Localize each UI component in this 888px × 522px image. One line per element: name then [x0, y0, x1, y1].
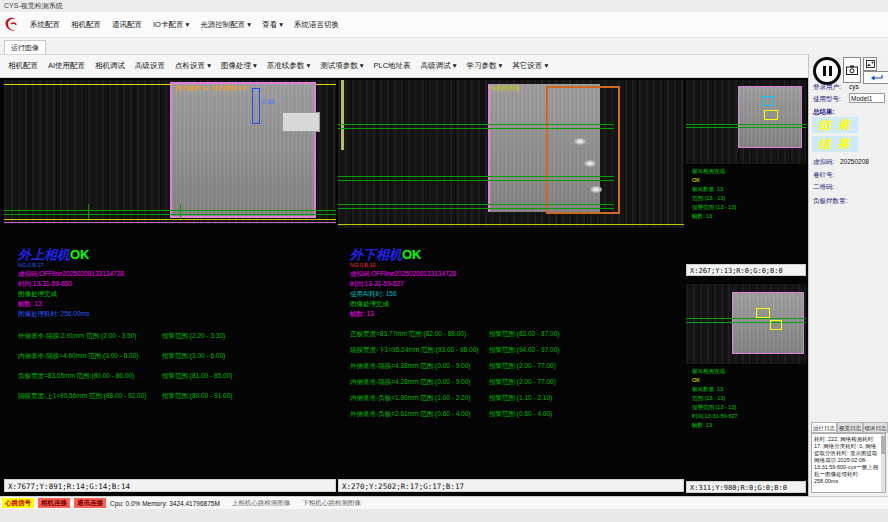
- alarm-range: 报警范围:(2.00 - 77.00): [489, 362, 556, 371]
- toolbar-advanced-settings[interactable]: 高级设置: [135, 61, 165, 71]
- lower-yellow-line: [4, 219, 336, 220]
- small-view-line: 极耳数量: 13: [692, 186, 723, 193]
- orange-roi-box: [546, 86, 620, 214]
- ok-status: OK: [402, 247, 422, 262]
- bottom-strip: [0, 509, 888, 522]
- alarm-range: 报警范围:(2.20 - 3.30): [162, 332, 225, 341]
- center-camera-image[interactable]: AI检测图像: [338, 80, 684, 228]
- log-tab-error[interactable]: 错误日志: [863, 422, 888, 433]
- bottom-small-image[interactable]: [686, 284, 806, 364]
- left-virtual-code: 虚拟码:OFFline20250208133134728: [18, 270, 124, 279]
- separator-region: [732, 292, 804, 354]
- green-line: [338, 176, 614, 177]
- log-scrollbar[interactable]: [881, 434, 885, 492]
- toolbar-camera-debug[interactable]: 相机调试: [95, 61, 125, 71]
- toolbar-other-settings[interactable]: 其它设置 ▾: [512, 61, 548, 71]
- log-tab-run[interactable]: 运行日志: [811, 422, 837, 433]
- toolbar-advanced-debug[interactable]: 高级调试 ▾: [421, 61, 457, 71]
- measurement-text: 外侧基准-负极=2.61mm 范围:(0.60 - 4.00): [350, 410, 470, 419]
- blue-measure-label: 2.88: [262, 98, 275, 105]
- toolbar-image-processing[interactable]: 图像处理 ▾: [221, 61, 257, 71]
- menu-item-light-config[interactable]: 光源控制配置 ▾: [200, 20, 251, 30]
- left-camera-image[interactable]: 静态阈值:93, 动态阈值:100 2.88: [4, 80, 336, 224]
- menu-item-system-config[interactable]: 系统配置: [30, 20, 60, 30]
- log-tab-vision[interactable]: 视觉日志: [837, 422, 863, 433]
- app-window: CYS-视觉检测系统 系统配置 相机配置 通讯配置 IO卡配置 ▾ 光源控制配置…: [0, 0, 888, 522]
- measurement-text: 内侧基准-隔膜=4.28mm 范围:(0.00 - 9.00): [350, 378, 470, 387]
- yellow-roi-box: [756, 308, 770, 318]
- return-button[interactable]: [863, 71, 888, 84]
- tab-run-image[interactable]: 运行图像: [4, 40, 46, 55]
- small-view-line: 帧数: 13: [692, 213, 712, 220]
- toolbar-test-params[interactable]: 测试项参数 ▾: [320, 61, 363, 71]
- left-sub-status: NG:0,B:17: [18, 262, 44, 268]
- small-view-line: OK: [692, 177, 700, 183]
- alarm-range: 报警范围:(89.00 - 91.00): [162, 392, 232, 401]
- small-view-line: 极耳数量: 13: [692, 386, 723, 393]
- small-view-line: 极耳检测完成: [692, 368, 725, 375]
- left-process-done: 图像处理完成: [18, 290, 57, 299]
- small-view-line: 范围:(13 - 13): [692, 195, 725, 202]
- menubar: 系统配置 相机配置 通讯配置 IO卡配置 ▾ 光源控制配置 ▾ 查看 ▾ 系统语…: [0, 12, 888, 38]
- alarm-range: 报警范围:(3.00 - 6.00): [162, 352, 225, 361]
- measurement-text: 负极宽度=83.05mm 范围:(80.00 - 86.00): [18, 372, 134, 381]
- pause-button[interactable]: [813, 57, 841, 85]
- alarm-range: 报警范围:(94.00 - 97.00): [489, 346, 559, 355]
- menu-item-camera-config[interactable]: 相机配置: [71, 20, 101, 30]
- bottom-small-pixel-coords: X:311;Y:980;R:0;G:0;B:0: [686, 481, 806, 493]
- toolbar-camera-config[interactable]: 相机配置: [8, 61, 38, 71]
- log-text: 耗时: 222, 网络检测耗时: 17, 网络分类耗时: 0, 网络提取分区耗时…: [814, 436, 878, 484]
- cyan-roi-box: [762, 96, 774, 106]
- menu-item-comm-config[interactable]: 通讯配置: [112, 20, 142, 30]
- comm-connect-badge: 通讯连接: [74, 498, 106, 508]
- bright-edge: [341, 80, 344, 150]
- titlebar: CYS-视觉检测系统: [0, 0, 888, 12]
- green-line: [686, 322, 806, 323]
- threshold-annotation: 静态阈值:93, 动态阈值:100: [176, 84, 247, 93]
- result-box-2: 结 果: [812, 136, 858, 152]
- green-line: [686, 318, 806, 319]
- model-label: 使用型号:: [813, 95, 841, 104]
- snapshot-button[interactable]: [843, 57, 861, 83]
- cpu-memory-text: Cpu: 0.0% Memory: 3424.41796875M: [110, 500, 220, 507]
- yellow-roi-box: [764, 110, 778, 120]
- toolbar: 相机配置 AI使用配置 相机调试 高级设置 点检设置 ▾ 图像处理 ▾ 基准线参…: [0, 54, 888, 78]
- green-line: [4, 214, 336, 215]
- green-line: [338, 128, 614, 129]
- model-input[interactable]: [849, 93, 885, 103]
- toolbar-baseline-params[interactable]: 基准线参数 ▾: [267, 61, 310, 71]
- left-elapsed: 图像处理耗时: 256.00ms: [18, 310, 89, 319]
- measurement-text: 外侧基准-隔膜:2.91mm 范围:(2.00 - 3.50): [18, 332, 136, 341]
- camera-connect-badge: 相机连接: [38, 498, 70, 508]
- small-view-line: 帧数: 13: [692, 422, 712, 429]
- qr-code-label: 二维码:: [813, 183, 834, 192]
- green-line: [338, 204, 614, 205]
- center-ai-elapsed: 使用AI耗时: 156: [350, 290, 397, 299]
- result-box-1: 结 果: [812, 117, 858, 133]
- center-process-done: 图像处理完成: [350, 300, 389, 309]
- scrollbar-thumb[interactable]: [881, 436, 885, 454]
- alarm-range: 报警范围:(1.10 - 2.10): [489, 394, 552, 403]
- left-pixel-coords: X:7677;Y:891;R:14;G:14;B:14: [4, 479, 336, 492]
- left-camera-view: 静态阈值:93, 动态阈值:100 2.88 外上相机OK NG:0,B:17 …: [4, 78, 336, 496]
- toolbar-plc-address[interactable]: PLC地址表: [374, 61, 411, 71]
- toolbar-learning-params[interactable]: 学习参数 ▾: [466, 61, 502, 71]
- menu-item-language[interactable]: 系统语言切换: [294, 20, 339, 30]
- menu-item-io-config[interactable]: IO卡配置 ▾: [153, 20, 189, 30]
- ai-image-tag: AI检测图像: [490, 84, 520, 93]
- green-line: [338, 208, 614, 209]
- magenta-line: [4, 222, 336, 223]
- toolbar-spot-check[interactable]: 点检设置 ▾: [175, 61, 211, 71]
- top-small-image[interactable]: [686, 80, 806, 164]
- measurement-text: 隔膜宽度-上1=90.56mm 范围:(88.00 - 92.00): [18, 392, 146, 401]
- log-output[interactable]: 耗时: 222, 网络检测耗时: 17, 网络分类耗时: 0, 网络提取分区耗时…: [811, 433, 886, 493]
- toolbar-ai-config[interactable]: AI使用配置: [48, 61, 85, 71]
- menu-item-view[interactable]: 查看 ▾: [262, 20, 283, 30]
- blue-measure-box: [252, 88, 260, 124]
- login-user-value: cys: [849, 83, 859, 90]
- green-line: [686, 127, 806, 128]
- left-frame-count: 帧数: 13: [18, 300, 42, 309]
- measurement-text: 内侧基准-负极=1.90mm 范围:(1.00 - 2.20): [350, 394, 470, 403]
- image-button[interactable]: [863, 57, 877, 71]
- heartbeat-badge: 心跳信号: [2, 498, 34, 508]
